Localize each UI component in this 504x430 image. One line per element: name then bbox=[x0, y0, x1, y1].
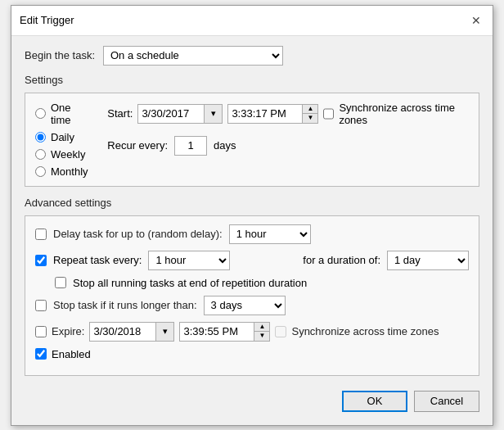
expire-time-field: ▲ ▼ bbox=[179, 322, 270, 342]
ok-button[interactable]: OK bbox=[342, 391, 407, 412]
settings-inner: One time Daily Weekly Monthly bbox=[35, 102, 469, 178]
edit-trigger-dialog: Edit Trigger ✕ Begin the task: On a sche… bbox=[11, 5, 493, 426]
close-button[interactable]: ✕ bbox=[468, 12, 484, 29]
recur-row: Recur every: days bbox=[107, 136, 469, 156]
enabled-row: Enabled bbox=[35, 348, 469, 360]
title-bar: Edit Trigger ✕ bbox=[11, 6, 493, 36]
start-time-input[interactable] bbox=[228, 105, 302, 123]
delay-task-checkbox[interactable] bbox=[35, 229, 47, 240]
daily-row: Daily bbox=[35, 131, 91, 143]
repeat-task-label: Repeat task every: bbox=[53, 254, 142, 266]
one-time-radio[interactable] bbox=[35, 108, 46, 119]
delay-row: Delay task for up to (random delay): 1 h… bbox=[35, 224, 469, 244]
enabled-checkbox[interactable] bbox=[35, 348, 47, 360]
expire-date-field: ▾ bbox=[89, 322, 174, 342]
expire-date-calendar-button[interactable]: ▾ bbox=[155, 323, 173, 341]
expire-time-spinner: ▲ ▼ bbox=[254, 323, 269, 341]
for-duration-select[interactable]: 1 day 15 minutes 30 minutes Indefinitely bbox=[387, 251, 469, 270]
repeat-task-checkbox[interactable] bbox=[35, 255, 47, 266]
daily-label: Daily bbox=[51, 131, 74, 143]
begin-task-row: Begin the task: On a schedule At log on … bbox=[25, 46, 479, 66]
recur-every-input[interactable] bbox=[174, 136, 207, 156]
expire-sync-row: Synchronize across time zones bbox=[275, 325, 439, 337]
stop-task-label: Stop task if it runs longer than: bbox=[53, 299, 197, 311]
weekly-radio[interactable] bbox=[35, 149, 46, 160]
sync-row: Synchronize across time zones bbox=[323, 102, 469, 126]
start-date-input[interactable] bbox=[138, 105, 204, 123]
stop-task-select[interactable]: 3 days 1 hour 1 day 7 days bbox=[204, 296, 286, 315]
expire-label: Expire: bbox=[52, 325, 84, 337]
daily-radio[interactable] bbox=[35, 132, 46, 143]
monthly-row: Monthly bbox=[35, 165, 91, 178]
stop-all-checkbox[interactable] bbox=[55, 277, 66, 288]
expire-time-input[interactable] bbox=[180, 323, 254, 341]
monthly-label: Monthly bbox=[51, 165, 88, 178]
weekly-row: Weekly bbox=[35, 148, 91, 161]
days-label: days bbox=[214, 139, 236, 152]
repeat-row: Repeat task every: 1 hour 15 minutes 30 … bbox=[35, 251, 469, 270]
for-duration-label: for a duration of: bbox=[303, 254, 380, 266]
expire-time-up-button[interactable]: ▲ bbox=[254, 323, 269, 332]
button-row: OK Cancel bbox=[25, 386, 479, 415]
delay-task-label: Delay task for up to (random delay): bbox=[53, 228, 223, 240]
advanced-section-label: Advanced settings bbox=[25, 197, 479, 209]
cancel-button[interactable]: Cancel bbox=[414, 391, 479, 412]
start-area: Start: ▾ ▲ ▼ bbox=[107, 102, 469, 156]
advanced-box: Delay task for up to (random delay): 1 h… bbox=[25, 215, 479, 376]
start-date-field: ▾ bbox=[137, 104, 223, 124]
start-time-down-button[interactable]: ▼ bbox=[303, 114, 317, 123]
monthly-radio[interactable] bbox=[35, 166, 46, 177]
schedule-type-radio-group: One time Daily Weekly Monthly bbox=[35, 102, 91, 178]
start-time-up-button[interactable]: ▲ bbox=[303, 105, 317, 114]
delay-duration-select[interactable]: 1 hour 30 minutes 2 hours bbox=[229, 224, 311, 244]
repeat-duration-select[interactable]: 1 hour 15 minutes 30 minutes 2 hours bbox=[148, 251, 230, 270]
weekly-label: Weekly bbox=[51, 148, 85, 161]
expire-sync-checkbox[interactable] bbox=[275, 326, 286, 337]
stop-all-row: Stop all running tasks at end of repetit… bbox=[55, 277, 469, 289]
expire-checkbox[interactable] bbox=[35, 326, 47, 337]
start-label: Start: bbox=[107, 107, 133, 120]
expire-date-input[interactable] bbox=[90, 323, 155, 341]
sync-timezone-label: Synchronize across time zones bbox=[339, 102, 469, 126]
expire-row: Expire: ▾ ▲ ▼ Synchronize across time zo… bbox=[35, 322, 469, 342]
enabled-label: Enabled bbox=[52, 348, 91, 360]
expire-sync-label: Synchronize across time zones bbox=[291, 325, 439, 337]
expire-time-down-button[interactable]: ▼ bbox=[254, 332, 269, 341]
one-time-row: One time bbox=[35, 102, 91, 126]
recur-label: Recur every: bbox=[107, 139, 168, 152]
start-row: Start: ▾ ▲ ▼ bbox=[107, 102, 469, 126]
one-time-label: One time bbox=[51, 102, 91, 126]
stop-all-label: Stop all running tasks at end of repetit… bbox=[73, 277, 307, 289]
stop-task-checkbox[interactable] bbox=[35, 300, 47, 311]
settings-box: One time Daily Weekly Monthly bbox=[25, 93, 479, 187]
settings-section-label: Settings bbox=[25, 74, 479, 86]
dialog-body: Begin the task: On a schedule At log on … bbox=[11, 36, 493, 425]
begin-task-select[interactable]: On a schedule At log on At startup bbox=[103, 46, 283, 66]
start-time-field: ▲ ▼ bbox=[227, 104, 318, 124]
dialog-title: Edit Trigger bbox=[20, 14, 74, 26]
stop-task-row: Stop task if it runs longer than: 3 days… bbox=[35, 296, 469, 315]
sync-timezone-checkbox[interactable] bbox=[323, 108, 334, 120]
start-time-spinner: ▲ ▼ bbox=[302, 105, 317, 123]
start-date-calendar-button[interactable]: ▾ bbox=[204, 105, 222, 123]
begin-task-label: Begin the task: bbox=[25, 49, 98, 61]
